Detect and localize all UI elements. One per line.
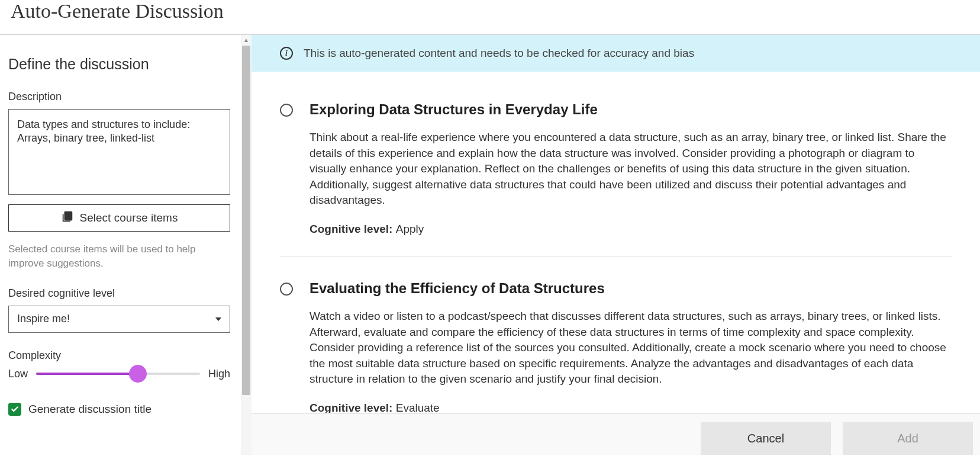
complexity-low-label: Low (8, 368, 28, 380)
complexity-label: Complexity (8, 349, 230, 362)
svg-rect-2 (66, 215, 70, 216)
select-course-items-label: Select course items (80, 211, 178, 224)
helper-text: Selected course items will be used to he… (8, 242, 230, 271)
complexity-high-label: High (208, 368, 230, 380)
info-icon: i (280, 47, 293, 60)
description-input[interactable] (8, 109, 230, 195)
cancel-button[interactable]: Cancel (701, 422, 831, 455)
cognitive-level-label: Desired cognitive level (8, 287, 230, 300)
footer-actions: Cancel Add (252, 413, 980, 455)
result-description: Think about a real-life experience where… (310, 130, 952, 208)
description-label: Description (8, 91, 230, 103)
complexity-slider[interactable] (36, 373, 200, 375)
complexity-slider-fill (36, 373, 138, 375)
result-title: Exploring Data Structures in Everyday Li… (310, 101, 952, 118)
result-cognitive-level: Cognitive level: Apply (310, 223, 952, 236)
result-item: Evaluating the Efficiency of Data Struct… (280, 256, 952, 413)
sidebar: Define the discussion Description Select… (0, 35, 252, 455)
result-radio[interactable] (280, 283, 293, 296)
result-description: Watch a video or listen to a podcast/spe… (310, 309, 952, 387)
generate-title-label: Generate discussion title (28, 403, 151, 416)
scrollbar-thumb[interactable] (242, 46, 250, 395)
library-icon (61, 210, 74, 226)
main-layout: Define the discussion Description Select… (0, 34, 980, 455)
result-radio[interactable] (280, 104, 293, 117)
info-notice-text: This is auto-generated content and needs… (304, 47, 694, 60)
svg-rect-1 (66, 213, 70, 214)
chevron-down-icon (215, 317, 221, 321)
scroll-up-icon[interactable]: ▲ (243, 37, 249, 43)
content-area: i This is auto-generated content and nee… (252, 35, 980, 455)
cognitive-level-select[interactable]: Inspire me! (8, 306, 230, 333)
select-course-items-button[interactable]: Select course items (8, 204, 230, 232)
sidebar-scrollbar[interactable]: ▲ (241, 35, 252, 455)
result-item: Exploring Data Structures in Everyday Li… (280, 89, 952, 248)
results-list: Exploring Data Structures in Everyday Li… (252, 72, 980, 413)
add-button[interactable]: Add (843, 422, 973, 455)
info-notice: i This is auto-generated content and nee… (252, 35, 980, 72)
page-title: Auto-Generate Discussion (0, 0, 980, 34)
cognitive-level-value: Inspire me! (17, 313, 70, 325)
result-title: Evaluating the Efficiency of Data Struct… (310, 280, 952, 297)
generate-title-checkbox[interactable] (8, 403, 21, 416)
svg-rect-3 (66, 217, 69, 217)
complexity-slider-thumb[interactable] (129, 365, 147, 383)
sidebar-heading: Define the discussion (8, 56, 230, 73)
result-cognitive-level: Cognitive level: Evaluate (310, 402, 952, 413)
